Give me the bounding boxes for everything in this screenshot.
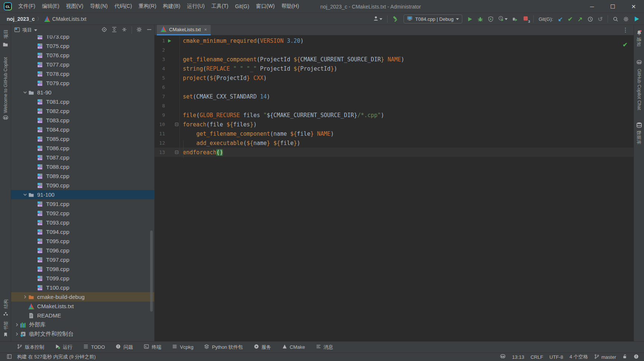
- tree-file-row[interactable]: C++T086.cpp: [11, 144, 154, 153]
- code-line[interactable]: 13endforeach(): [155, 148, 634, 157]
- stop-button[interactable]: 3: [523, 16, 528, 22]
- tool-window-button-版本控制[interactable]: 版本控制: [17, 344, 44, 351]
- plugin-logo-icon[interactable]: [634, 16, 640, 22]
- tree-file-row[interactable]: README: [11, 311, 154, 320]
- search-everywhere-icon[interactable]: [613, 16, 618, 22]
- menu-item[interactable]: 运行(U): [184, 1, 208, 11]
- bookmark-icon[interactable]: [3, 332, 8, 338]
- menu-item[interactable]: 导航(N): [87, 1, 111, 11]
- notifications-bell-icon[interactable]: [636, 30, 642, 37]
- status-item-CRLF[interactable]: CRLF: [531, 354, 543, 360]
- tree-file-row[interactable]: C++T091.cpp: [11, 199, 154, 209]
- git-update-icon[interactable]: ↙: [558, 16, 563, 23]
- tree-file-row[interactable]: C++T079.cpp: [11, 78, 154, 88]
- user-account-icon[interactable]: [373, 16, 382, 22]
- close-button[interactable]: ✕: [623, 0, 644, 13]
- profiler-button[interactable]: [498, 16, 508, 22]
- tree-folder-row[interactable]: cmake-build-debug: [11, 292, 154, 302]
- code-line[interactable]: 7set(CMAKE_CXX_STANDARD 14): [155, 92, 634, 101]
- code-line[interactable]: 6: [155, 83, 634, 92]
- status-item-UTF-8[interactable]: UTF-8: [550, 354, 563, 360]
- tree-file-row[interactable]: C++T089.cpp: [11, 171, 154, 181]
- tree-file-row[interactable]: C++T098.cpp: [11, 264, 154, 274]
- tool-window-button-问题[interactable]: 问题: [116, 344, 133, 351]
- run-line-icon[interactable]: [165, 39, 174, 43]
- tree-file-row[interactable]: C++T075.cpp: [11, 41, 154, 51]
- tool-window-button-服务[interactable]: 服务: [254, 344, 271, 351]
- tree-file-row[interactable]: C++T081.cpp: [11, 97, 154, 106]
- menu-item[interactable]: 代码(C): [111, 1, 135, 11]
- tree-file-row[interactable]: C++T092.cpp: [11, 209, 154, 218]
- tree-file-row[interactable]: C++T100.cpp: [11, 283, 154, 292]
- tab-cmakelists[interactable]: CMakeLists.txt ×: [157, 25, 211, 35]
- code-line[interactable]: 10foreach(file ${files}): [155, 120, 634, 129]
- settings-gear-icon[interactable]: [623, 16, 629, 22]
- chevron-right-icon[interactable]: [13, 331, 20, 337]
- minimize-button[interactable]: ─: [582, 0, 602, 13]
- status-item-13:13[interactable]: 13:13: [512, 354, 524, 360]
- layout-restore-icon[interactable]: [7, 354, 12, 360]
- breadcrumb-file[interactable]: CMakeLists.txt: [52, 16, 87, 22]
- git-history-icon[interactable]: [588, 16, 593, 22]
- menu-item[interactable]: 编辑(E): [39, 1, 63, 11]
- menu-item[interactable]: 工具(T): [208, 1, 232, 11]
- tool-window-button-运行[interactable]: 运行: [55, 344, 72, 351]
- breadcrumb-project[interactable]: noj_2023_c: [7, 16, 35, 22]
- fold-marker-icon[interactable]: [174, 148, 180, 157]
- menu-item[interactable]: Git(G): [232, 2, 253, 11]
- code-line[interactable]: 8: [155, 101, 634, 110]
- tool-window-button-cmake[interactable]: CMake: [282, 344, 305, 350]
- status-item-master[interactable]: master: [594, 354, 616, 360]
- code-line[interactable]: 1cmake_minimum_required(VERSION 3.20): [155, 36, 634, 45]
- code-line[interactable]: 11 get_filename_component(name ${file} N…: [155, 129, 634, 138]
- run-button[interactable]: [467, 16, 473, 22]
- build-status-text[interactable]: 构建 在 527毫秒 内完成 (9 分钟之前): [17, 354, 96, 360]
- tree-file-row[interactable]: C++T078.cpp: [11, 69, 154, 78]
- menu-item[interactable]: 视图(V): [63, 1, 87, 11]
- tree-folder-row[interactable]: 91-100: [11, 190, 154, 199]
- git-rollback-icon[interactable]: ↺: [598, 16, 603, 23]
- code-line[interactable]: 5project(${ProjectId} CXX): [155, 73, 634, 83]
- tool-window-button-python-软件包[interactable]: Python 软件包: [204, 344, 243, 351]
- project-folder-icon[interactable]: [3, 42, 8, 48]
- project-panel-title[interactable]: 项目: [22, 27, 32, 33]
- menu-item[interactable]: 文件(F): [15, 1, 39, 11]
- tree-file-row[interactable]: C++T099.cpp: [11, 274, 154, 283]
- fold-marker-icon[interactable]: [174, 120, 180, 129]
- tree-file-row[interactable]: C++T087.cpp: [11, 153, 154, 162]
- tree-file-row[interactable]: C++T094.cpp: [11, 227, 154, 236]
- status-item-unlock[interactable]: [622, 354, 627, 360]
- code-line[interactable]: 3get_filename_component(ProjectId ${CMAK…: [155, 55, 634, 64]
- menu-item[interactable]: 重构(R): [135, 1, 159, 11]
- structure-icon[interactable]: [3, 311, 8, 318]
- tree-file-row[interactable]: 外部库: [11, 320, 154, 329]
- tool-button-bookmarks[interactable]: 书签: [3, 321, 9, 330]
- tree-file-row[interactable]: C++T073.cpp: [11, 35, 154, 41]
- chevron-down-icon[interactable]: [22, 192, 28, 197]
- maximize-button[interactable]: ☐: [602, 0, 623, 13]
- attach-process-button[interactable]: [512, 16, 518, 22]
- tree-file-row[interactable]: C++T082.cpp: [11, 106, 154, 116]
- tool-button-project[interactable]: 项目: [3, 29, 9, 39]
- tree-file-row[interactable]: C++T095.cpp: [11, 236, 154, 246]
- tool-window-button-vcpkg[interactable]: Vcpkg: [172, 344, 193, 350]
- tree-file-row[interactable]: C++T077.cpp: [11, 60, 154, 69]
- tool-button-copilot-welcome[interactable]: Welcome to GitHub Copilot: [3, 57, 8, 113]
- expand-all-icon[interactable]: [111, 27, 117, 33]
- editor-options-kebab-icon[interactable]: ⋮: [622, 26, 628, 33]
- run-coverage-button[interactable]: [488, 16, 493, 22]
- tree-file-row[interactable]: C++T096.cpp: [11, 246, 154, 255]
- code-line[interactable]: 9file(GLOB_RECURSE files "${CMAKE_CURREN…: [155, 110, 634, 120]
- tree-file-row[interactable]: C++T085.cpp: [11, 134, 154, 144]
- tree-file-row[interactable]: C++T093.cpp: [11, 218, 154, 227]
- tool-window-button-消息[interactable]: 消息: [316, 344, 333, 351]
- collapse-all-icon[interactable]: [122, 27, 127, 33]
- tree-file-row[interactable]: C++T088.cpp: [11, 162, 154, 171]
- tree-file-row[interactable]: C++T097.cpp: [11, 255, 154, 264]
- status-item-copilot[interactable]: [500, 354, 506, 361]
- tree-file-row[interactable]: C++T084.cpp: [11, 125, 154, 134]
- tree-file-row[interactable]: 临时文件和控制台: [11, 329, 154, 339]
- run-config-selector[interactable]: T084.cpp | Debug: [404, 14, 462, 23]
- code-line[interactable]: 12 add_executable(${name} ${file}): [155, 138, 634, 148]
- tool-button-structure[interactable]: 结构: [3, 299, 9, 309]
